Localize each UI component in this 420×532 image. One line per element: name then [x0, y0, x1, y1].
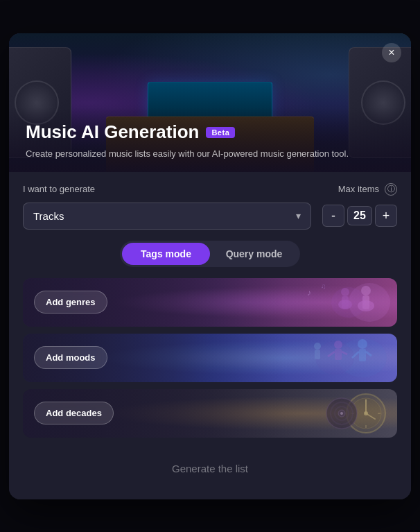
controls-row: I want to generate Max items ⓘ — [23, 172, 397, 203]
track-type-select[interactable]: Tracks ▾ — [23, 203, 311, 230]
modal-body: I want to generate Max items ⓘ Tracks ▾ … — [9, 172, 411, 499]
generate-button[interactable]: Generate the list — [155, 457, 265, 480]
increment-button[interactable]: + — [375, 205, 397, 227]
generate-label: I want to generate — [23, 184, 95, 194]
beta-badge: Beta — [206, 127, 235, 138]
counter-group: - 25 + — [322, 205, 397, 227]
max-items-label: Max items — [338, 184, 379, 194]
genres-row[interactable]: ♪ ♫ Add genres — [23, 278, 397, 327]
decades-row[interactable]: Add decades — [23, 389, 397, 438]
query-mode-button[interactable]: Query mode — [210, 243, 298, 265]
moods-content: Add moods — [23, 334, 397, 382]
add-decades-button[interactable]: Add decades — [34, 402, 114, 424]
generate-row: Generate the list — [23, 452, 397, 486]
tags-section: ♪ ♫ Add genres — [23, 278, 397, 438]
add-moods-label: Add moods — [46, 352, 96, 363]
add-decades-label: Add decades — [46, 408, 102, 418]
moods-row[interactable]: Add moods — [23, 334, 397, 382]
genres-content: Add genres — [23, 278, 397, 327]
title-row: Music AI Generation Beta — [26, 121, 394, 143]
add-genres-label: Add genres — [46, 297, 96, 307]
modal-overlay: × Music AI Generation Beta Create person… — [0, 0, 420, 532]
decrement-button[interactable]: - — [322, 205, 344, 227]
close-button[interactable]: × — [382, 43, 401, 62]
modal: × Music AI Generation Beta Create person… — [9, 33, 411, 499]
modal-subtitle: Create personalized music lists easily w… — [26, 147, 394, 161]
modal-header: × Music AI Generation Beta Create person… — [9, 33, 411, 172]
close-icon: × — [388, 46, 394, 59]
modal-title: Music AI Generation — [26, 121, 199, 143]
add-genres-button[interactable]: Add genres — [34, 291, 107, 314]
decades-content: Add decades — [23, 389, 397, 438]
max-items-group: Max items ⓘ — [338, 183, 397, 196]
track-select-value: Tracks — [33, 210, 64, 222]
add-moods-button[interactable]: Add moods — [34, 346, 107, 369]
chevron-down-icon: ▾ — [296, 210, 301, 221]
select-row: Tracks ▾ - 25 + — [23, 203, 397, 230]
mode-toggle: Tags mode Query mode — [120, 241, 300, 267]
header-content: Music AI Generation Beta Create personal… — [9, 108, 411, 172]
tags-mode-button[interactable]: Tags mode — [122, 243, 210, 265]
info-icon[interactable]: ⓘ — [385, 183, 397, 196]
counter-value: 25 — [347, 206, 372, 225]
